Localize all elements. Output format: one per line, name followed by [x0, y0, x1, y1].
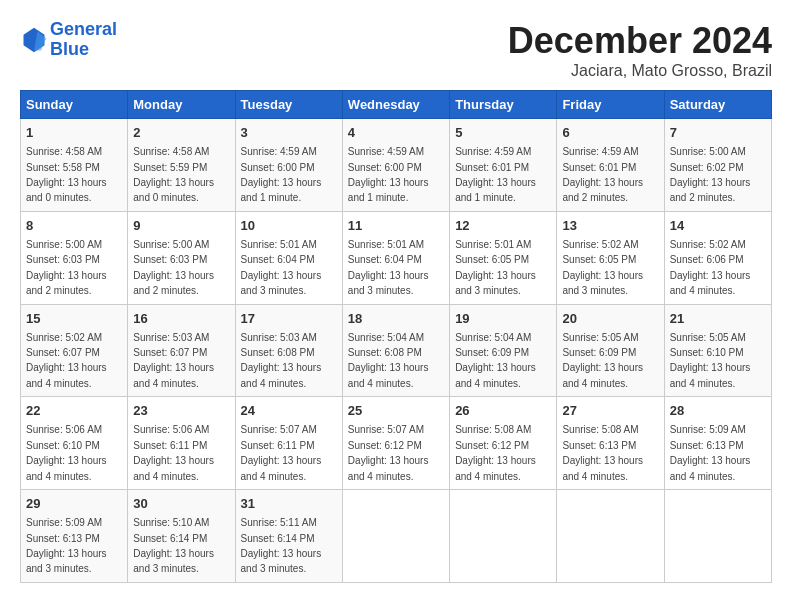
day-info: Sunrise: 5:04 AMSunset: 6:08 PMDaylight:… — [348, 332, 429, 389]
calendar-cell: 1Sunrise: 4:58 AMSunset: 5:58 PMDaylight… — [21, 119, 128, 212]
calendar-cell: 4Sunrise: 4:59 AMSunset: 6:00 PMDaylight… — [342, 119, 449, 212]
day-number: 27 — [562, 402, 658, 420]
day-number: 24 — [241, 402, 337, 420]
calendar-cell: 15Sunrise: 5:02 AMSunset: 6:07 PMDayligh… — [21, 304, 128, 397]
day-number: 29 — [26, 495, 122, 513]
day-info: Sunrise: 4:59 AMSunset: 6:00 PMDaylight:… — [348, 146, 429, 203]
day-number: 5 — [455, 124, 551, 142]
calendar-week-row: 15Sunrise: 5:02 AMSunset: 6:07 PMDayligh… — [21, 304, 772, 397]
day-info: Sunrise: 4:58 AMSunset: 5:59 PMDaylight:… — [133, 146, 214, 203]
day-info: Sunrise: 5:08 AMSunset: 6:13 PMDaylight:… — [562, 424, 643, 481]
day-info: Sunrise: 4:59 AMSunset: 6:00 PMDaylight:… — [241, 146, 322, 203]
calendar-cell: 30Sunrise: 5:10 AMSunset: 6:14 PMDayligh… — [128, 490, 235, 583]
calendar-cell — [450, 490, 557, 583]
day-number: 28 — [670, 402, 766, 420]
weekday-header-row: SundayMondayTuesdayWednesdayThursdayFrid… — [21, 91, 772, 119]
logo-icon — [20, 26, 48, 54]
day-info: Sunrise: 5:03 AMSunset: 6:08 PMDaylight:… — [241, 332, 322, 389]
calendar-cell: 27Sunrise: 5:08 AMSunset: 6:13 PMDayligh… — [557, 397, 664, 490]
calendar-cell: 11Sunrise: 5:01 AMSunset: 6:04 PMDayligh… — [342, 211, 449, 304]
weekday-header: Monday — [128, 91, 235, 119]
day-number: 17 — [241, 310, 337, 328]
month-title: December 2024 — [508, 20, 772, 62]
calendar-cell: 14Sunrise: 5:02 AMSunset: 6:06 PMDayligh… — [664, 211, 771, 304]
day-info: Sunrise: 5:01 AMSunset: 6:04 PMDaylight:… — [348, 239, 429, 296]
day-info: Sunrise: 5:06 AMSunset: 6:11 PMDaylight:… — [133, 424, 214, 481]
day-number: 9 — [133, 217, 229, 235]
day-info: Sunrise: 5:10 AMSunset: 6:14 PMDaylight:… — [133, 517, 214, 574]
calendar-cell: 20Sunrise: 5:05 AMSunset: 6:09 PMDayligh… — [557, 304, 664, 397]
day-info: Sunrise: 5:09 AMSunset: 6:13 PMDaylight:… — [26, 517, 107, 574]
day-number: 14 — [670, 217, 766, 235]
day-info: Sunrise: 5:05 AMSunset: 6:09 PMDaylight:… — [562, 332, 643, 389]
day-number: 31 — [241, 495, 337, 513]
day-number: 18 — [348, 310, 444, 328]
weekday-header: Wednesday — [342, 91, 449, 119]
calendar-cell: 26Sunrise: 5:08 AMSunset: 6:12 PMDayligh… — [450, 397, 557, 490]
calendar-cell: 17Sunrise: 5:03 AMSunset: 6:08 PMDayligh… — [235, 304, 342, 397]
day-info: Sunrise: 5:05 AMSunset: 6:10 PMDaylight:… — [670, 332, 751, 389]
calendar-cell: 5Sunrise: 4:59 AMSunset: 6:01 PMDaylight… — [450, 119, 557, 212]
calendar-cell: 29Sunrise: 5:09 AMSunset: 6:13 PMDayligh… — [21, 490, 128, 583]
day-number: 23 — [133, 402, 229, 420]
day-number: 12 — [455, 217, 551, 235]
day-info: Sunrise: 5:03 AMSunset: 6:07 PMDaylight:… — [133, 332, 214, 389]
calendar-cell: 7Sunrise: 5:00 AMSunset: 6:02 PMDaylight… — [664, 119, 771, 212]
calendar-cell: 28Sunrise: 5:09 AMSunset: 6:13 PMDayligh… — [664, 397, 771, 490]
day-info: Sunrise: 4:58 AMSunset: 5:58 PMDaylight:… — [26, 146, 107, 203]
day-info: Sunrise: 5:02 AMSunset: 6:06 PMDaylight:… — [670, 239, 751, 296]
day-info: Sunrise: 5:09 AMSunset: 6:13 PMDaylight:… — [670, 424, 751, 481]
calendar-cell: 3Sunrise: 4:59 AMSunset: 6:00 PMDaylight… — [235, 119, 342, 212]
weekday-header: Tuesday — [235, 91, 342, 119]
calendar-cell: 21Sunrise: 5:05 AMSunset: 6:10 PMDayligh… — [664, 304, 771, 397]
weekday-header: Friday — [557, 91, 664, 119]
day-info: Sunrise: 5:02 AMSunset: 6:07 PMDaylight:… — [26, 332, 107, 389]
day-info: Sunrise: 4:59 AMSunset: 6:01 PMDaylight:… — [562, 146, 643, 203]
logo: General Blue — [20, 20, 117, 60]
day-number: 16 — [133, 310, 229, 328]
day-number: 21 — [670, 310, 766, 328]
weekday-header: Thursday — [450, 91, 557, 119]
day-info: Sunrise: 5:04 AMSunset: 6:09 PMDaylight:… — [455, 332, 536, 389]
day-number: 15 — [26, 310, 122, 328]
day-number: 25 — [348, 402, 444, 420]
day-number: 19 — [455, 310, 551, 328]
page-header: General Blue December 2024 Jaciara, Mato… — [20, 20, 772, 80]
title-block: December 2024 Jaciara, Mato Grosso, Braz… — [508, 20, 772, 80]
day-info: Sunrise: 4:59 AMSunset: 6:01 PMDaylight:… — [455, 146, 536, 203]
calendar-cell — [342, 490, 449, 583]
day-info: Sunrise: 5:00 AMSunset: 6:03 PMDaylight:… — [26, 239, 107, 296]
calendar-cell: 16Sunrise: 5:03 AMSunset: 6:07 PMDayligh… — [128, 304, 235, 397]
calendar-week-row: 8Sunrise: 5:00 AMSunset: 6:03 PMDaylight… — [21, 211, 772, 304]
day-info: Sunrise: 5:02 AMSunset: 6:05 PMDaylight:… — [562, 239, 643, 296]
day-number: 4 — [348, 124, 444, 142]
calendar-week-row: 22Sunrise: 5:06 AMSunset: 6:10 PMDayligh… — [21, 397, 772, 490]
day-number: 8 — [26, 217, 122, 235]
calendar-cell: 31Sunrise: 5:11 AMSunset: 6:14 PMDayligh… — [235, 490, 342, 583]
location-subtitle: Jaciara, Mato Grosso, Brazil — [508, 62, 772, 80]
weekday-header: Saturday — [664, 91, 771, 119]
day-number: 20 — [562, 310, 658, 328]
day-info: Sunrise: 5:08 AMSunset: 6:12 PMDaylight:… — [455, 424, 536, 481]
calendar-week-row: 1Sunrise: 4:58 AMSunset: 5:58 PMDaylight… — [21, 119, 772, 212]
calendar-cell — [664, 490, 771, 583]
day-number: 6 — [562, 124, 658, 142]
calendar-cell: 2Sunrise: 4:58 AMSunset: 5:59 PMDaylight… — [128, 119, 235, 212]
day-number: 3 — [241, 124, 337, 142]
calendar-cell: 24Sunrise: 5:07 AMSunset: 6:11 PMDayligh… — [235, 397, 342, 490]
calendar-cell: 13Sunrise: 5:02 AMSunset: 6:05 PMDayligh… — [557, 211, 664, 304]
calendar-cell: 6Sunrise: 4:59 AMSunset: 6:01 PMDaylight… — [557, 119, 664, 212]
day-info: Sunrise: 5:00 AMSunset: 6:03 PMDaylight:… — [133, 239, 214, 296]
calendar-cell: 8Sunrise: 5:00 AMSunset: 6:03 PMDaylight… — [21, 211, 128, 304]
logo-blue: Blue — [50, 39, 89, 59]
calendar-cell: 23Sunrise: 5:06 AMSunset: 6:11 PMDayligh… — [128, 397, 235, 490]
day-number: 30 — [133, 495, 229, 513]
calendar-cell — [557, 490, 664, 583]
day-info: Sunrise: 5:01 AMSunset: 6:05 PMDaylight:… — [455, 239, 536, 296]
day-number: 7 — [670, 124, 766, 142]
calendar-cell: 19Sunrise: 5:04 AMSunset: 6:09 PMDayligh… — [450, 304, 557, 397]
day-number: 13 — [562, 217, 658, 235]
calendar-cell: 22Sunrise: 5:06 AMSunset: 6:10 PMDayligh… — [21, 397, 128, 490]
calendar-cell: 10Sunrise: 5:01 AMSunset: 6:04 PMDayligh… — [235, 211, 342, 304]
calendar-cell: 12Sunrise: 5:01 AMSunset: 6:05 PMDayligh… — [450, 211, 557, 304]
